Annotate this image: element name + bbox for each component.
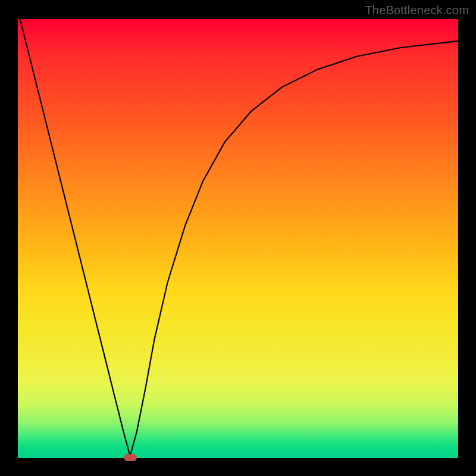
bottleneck-curve	[18, 10, 458, 456]
optimal-point-marker	[124, 454, 137, 461]
watermark-text: TheBottleneck.com	[365, 4, 469, 17]
curve-svg	[18, 19, 458, 458]
plot-area	[18, 19, 458, 458]
chart-frame: TheBottleneck.com	[0, 0, 476, 476]
